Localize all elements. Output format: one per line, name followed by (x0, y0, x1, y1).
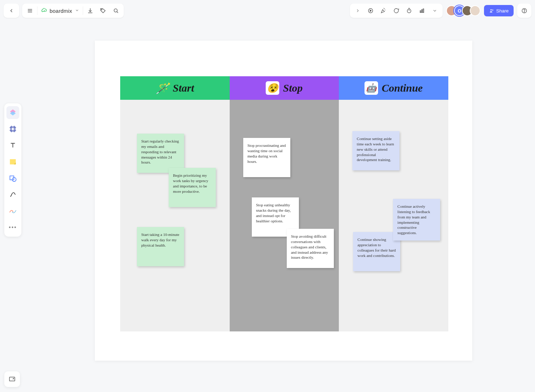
document-title-dropdown[interactable]: boardmix (38, 7, 82, 14)
left-toolbar: ••• (4, 103, 21, 237)
timer-button[interactable] (403, 4, 416, 17)
minimap-button[interactable] (4, 371, 20, 387)
menu-button[interactable] (24, 4, 36, 17)
frame-tool[interactable] (6, 123, 19, 135)
sticky-note[interactable]: Continue actively listening to feedback … (393, 199, 440, 241)
sticky-note[interactable]: Start regularly checking my emails and r… (137, 134, 184, 173)
collaborator-avatars[interactable]: O (446, 5, 480, 16)
column-header-start: 🪄 Start (120, 76, 230, 100)
sticky-note[interactable]: Stop avoiding difficult conversations wi… (287, 229, 334, 268)
svg-line-5 (117, 12, 118, 13)
dizzy-face-icon: 😵 (266, 81, 279, 95)
svg-point-14 (490, 9, 492, 11)
robot-icon: 🤖 (365, 81, 378, 95)
celebrate-button[interactable] (377, 4, 390, 17)
sticky-note-tool[interactable] (6, 155, 19, 168)
cloud-sync-icon (41, 7, 47, 14)
svg-point-4 (114, 9, 117, 12)
column-title: Continue (382, 82, 423, 94)
shape-tool[interactable] (6, 172, 19, 185)
vote-button[interactable] (416, 4, 428, 17)
column-header-continue: 🤖 Continue (339, 76, 448, 100)
expand-panel-button[interactable] (351, 4, 364, 17)
more-tools[interactable]: ••• (6, 221, 19, 234)
sticky-note[interactable]: Stop procrastinating and wasting time on… (243, 138, 290, 177)
svg-rect-12 (422, 10, 422, 12)
play-presentation-button[interactable] (364, 4, 377, 17)
tag-button[interactable] (97, 4, 109, 17)
column-title: Start (173, 82, 194, 94)
column-stop[interactable]: 😵 Stop Stop procrastinating and wasting … (230, 76, 339, 331)
column-start[interactable]: 🪄 Start Start regularly checking my emai… (120, 76, 230, 331)
avatar[interactable] (470, 5, 480, 16)
more-tools-button[interactable] (428, 4, 441, 17)
svg-rect-32 (10, 377, 15, 381)
pen-tool[interactable] (6, 205, 19, 217)
separator (83, 6, 83, 15)
download-button[interactable] (84, 4, 97, 17)
connector-tool[interactable] (6, 188, 19, 201)
column-title: Stop (283, 82, 302, 94)
brand-name: boardmix (50, 8, 72, 14)
sticky-note[interactable]: Start taking a 10-minute walk every day … (137, 227, 184, 266)
svg-rect-21 (11, 127, 15, 131)
user-plus-icon (489, 8, 494, 13)
svg-rect-13 (423, 9, 424, 13)
back-button[interactable] (5, 4, 18, 17)
sticky-note[interactable]: Continue setting aside time each week to… (352, 131, 399, 170)
comment-button[interactable] (390, 4, 403, 17)
column-continue[interactable]: 🤖 Continue Continue setting aside time e… (339, 76, 448, 331)
ellipsis-icon: ••• (9, 224, 17, 231)
column-header-stop: 😵 Stop (230, 76, 339, 100)
share-label: Share (496, 8, 509, 14)
svg-point-18 (524, 12, 524, 12)
sticky-note[interactable]: Begin prioritizing my work tasks by urge… (169, 168, 216, 207)
search-button[interactable] (109, 4, 122, 17)
svg-point-31 (12, 177, 16, 181)
wand-icon: 🪄 (156, 81, 169, 95)
template-tool[interactable] (6, 106, 19, 119)
separator (37, 6, 37, 15)
share-button[interactable]: Share (484, 5, 514, 16)
canvas-board[interactable]: 🪄 Start Start regularly checking my emai… (95, 41, 472, 361)
svg-marker-7 (370, 10, 372, 12)
chevron-down-icon (75, 7, 79, 14)
svg-point-3 (102, 9, 102, 10)
svg-rect-11 (420, 11, 421, 12)
help-button[interactable] (519, 4, 530, 17)
text-tool[interactable] (6, 139, 19, 152)
